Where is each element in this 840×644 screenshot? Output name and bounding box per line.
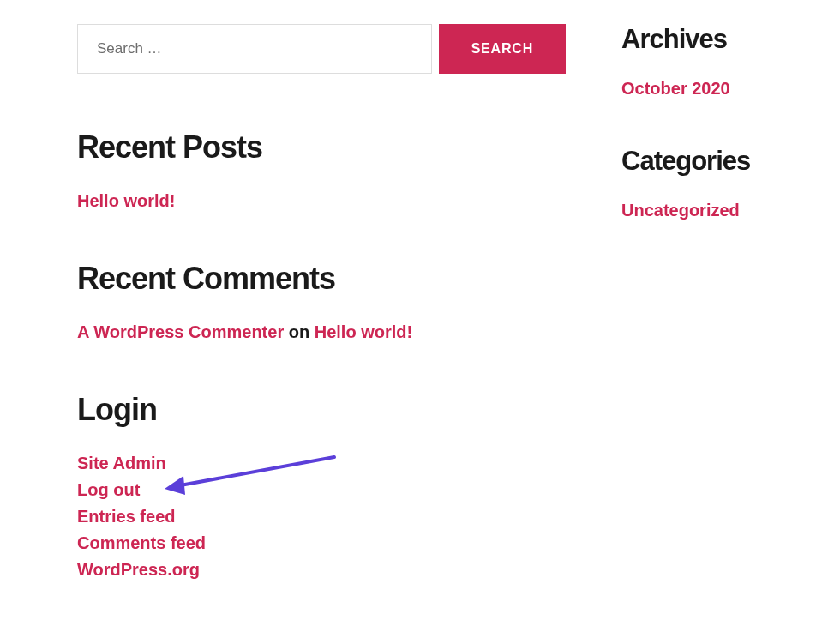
recent-posts-list: Hello world! [77, 191, 566, 211]
archive-link[interactable]: October 2020 [621, 79, 730, 98]
comments-feed-link[interactable]: Comments feed [77, 533, 206, 552]
comment-post-link[interactable]: Hello world! [315, 322, 412, 341]
categories-section: Categories Uncategorized [621, 146, 789, 220]
search-input[interactable] [77, 24, 432, 74]
recent-comment-item: A WordPress Commenter on Hello world! [77, 322, 566, 342]
archives-list: October 2020 [621, 79, 789, 99]
search-form: SEARCH [77, 24, 566, 74]
list-item: WordPress.org [77, 560, 566, 580]
comment-connector: on [284, 322, 315, 341]
right-column: Archives October 2020 Categories Uncateg… [621, 24, 789, 629]
list-item: Log out [77, 480, 566, 500]
login-list: Site Admin Log out Entries feed Comments… [77, 454, 566, 580]
recent-posts-section: Recent Posts Hello world! [77, 129, 566, 211]
logout-link[interactable]: Log out [77, 480, 140, 499]
login-heading: Login [77, 392, 566, 428]
search-button[interactable]: SEARCH [439, 24, 566, 74]
list-item: Site Admin [77, 454, 566, 473]
recent-post-link[interactable]: Hello world! [77, 191, 175, 210]
page-container: SEARCH Recent Posts Hello world! Recent … [0, 0, 840, 629]
archives-section: Archives October 2020 [621, 24, 789, 99]
left-column: SEARCH Recent Posts Hello world! Recent … [77, 24, 566, 629]
recent-comments-list: A WordPress Commenter on Hello world! [77, 322, 566, 342]
site-admin-link[interactable]: Site Admin [77, 454, 166, 472]
entries-feed-link[interactable]: Entries feed [77, 507, 175, 526]
category-link[interactable]: Uncategorized [621, 201, 740, 220]
recent-comments-heading: Recent Comments [77, 261, 566, 297]
list-item: Entries feed [77, 507, 566, 527]
login-section: Login Site Admin Log out Entries feed Co… [77, 392, 566, 580]
categories-list: Uncategorized [621, 201, 789, 220]
list-item: Comments feed [77, 533, 566, 553]
wordpress-org-link[interactable]: WordPress.org [77, 560, 200, 579]
recent-posts-heading: Recent Posts [77, 129, 566, 166]
recent-comments-section: Recent Comments A WordPress Commenter on… [77, 261, 566, 342]
comment-author-link[interactable]: A WordPress Commenter [77, 322, 284, 341]
categories-heading: Categories [621, 146, 789, 177]
archives-heading: Archives [621, 24, 789, 55]
